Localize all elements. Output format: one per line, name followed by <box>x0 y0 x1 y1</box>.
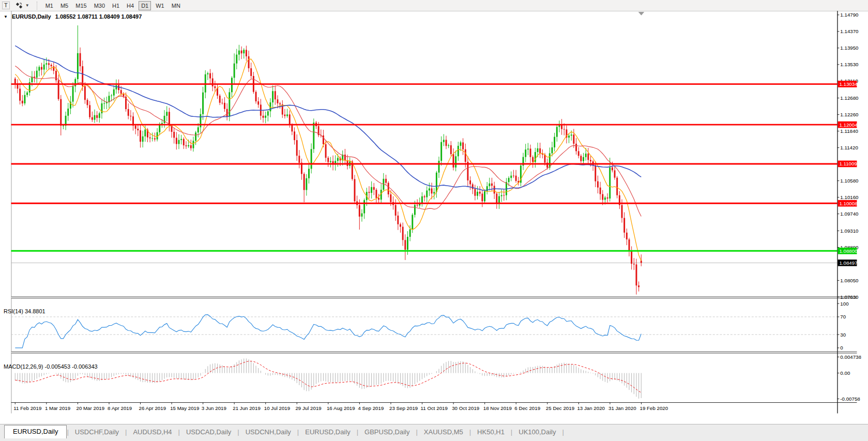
macd-tick-0.00: 0.00 <box>840 370 850 376</box>
current-price-label: 1.08497 <box>839 260 857 266</box>
line-price-label-1.08800: 1.08800 <box>839 248 858 254</box>
date-tick-16-Aug-2019: 16 Aug 2019 <box>327 405 355 411</box>
mt4-window: T ▼ M1M5M15M30H1H4D1W1MN 1.147901.143701… <box>0 0 868 441</box>
rsi-tick-70: 70 <box>840 314 846 320</box>
tab-xauusd-m5[interactable]: XAUUSD,M5 <box>418 426 469 438</box>
toolbar: T ▼ M1M5M15M30H1H4D1W1MN <box>0 0 868 11</box>
timeframe-button-h4[interactable]: H4 <box>124 1 136 10</box>
tab-usdchf-daily[interactable]: USDCHF,Daily <box>69 426 125 438</box>
date-tick-18-Nov-2019: 18 Nov 2019 <box>483 405 512 411</box>
date-tick-11-Feb-2019: 11 Feb 2019 <box>13 405 41 411</box>
tab-gbpusd-daily[interactable]: GBPUSD,Daily <box>358 426 416 438</box>
timeframe-button-w1[interactable]: W1 <box>153 1 167 10</box>
date-tick-19-Feb-2020: 19 Feb 2020 <box>640 405 668 411</box>
date-tick-25-Dec-2019: 25 Dec 2019 <box>546 405 574 411</box>
tab-separator: | <box>562 428 564 436</box>
timeframe-button-m15[interactable]: M15 <box>73 1 89 10</box>
date-tick-8-Apr-2019: 8 Apr 2019 <box>108 405 132 411</box>
tab-active-eurusd-daily[interactable]: EURUSD,Daily <box>4 425 67 438</box>
rsi-line <box>15 315 641 348</box>
chart-canvas[interactable]: 1.147901.143701.139501.135301.131101.126… <box>0 11 868 424</box>
inactive-tabs: |USDCHF,Daily|AUDUSD,H4|USDCAD,Daily|USD… <box>67 425 564 438</box>
candles-layer <box>14 25 642 295</box>
date-tick-3-Jun-2019: 3 Jun 2019 <box>202 405 226 411</box>
tab-uk100-daily[interactable]: UK100,Daily <box>512 426 562 438</box>
date-tick-15-May-2019: 15 May 2019 <box>170 405 199 411</box>
timeframe-button-d1[interactable]: D1 <box>139 1 151 10</box>
macd-histogram <box>15 358 641 399</box>
rsi-tick-0: 0 <box>840 345 843 351</box>
macd-tick-0.004738: 0.004738 <box>840 354 861 360</box>
timeframe-button-h1[interactable]: H1 <box>110 1 122 10</box>
price-tick-1.14790: 1.14790 <box>840 12 859 18</box>
price-tick-1.11840: 1.11840 <box>840 128 858 134</box>
timeframe-button-mn[interactable]: MN <box>169 1 183 10</box>
line-price-label-1.12004: 1.12004 <box>839 122 858 128</box>
line-price-label-1.13034: 1.13034 <box>839 81 858 87</box>
timeframe-button-m30[interactable]: M30 <box>92 1 108 10</box>
text-tool-button[interactable]: T <box>0 1 12 10</box>
ma-mid-line <box>15 66 641 217</box>
date-tick-10-Jul-2019: 10 Jul 2019 <box>264 405 290 411</box>
date-tick-11-Oct-2019: 11 Oct 2019 <box>421 405 448 411</box>
rsi-tick-30: 30 <box>840 332 846 338</box>
price-tick-1.07630: 1.07630 <box>840 294 859 300</box>
date-tick-30-Oct-2019: 30 Oct 2019 <box>452 405 479 411</box>
timeframe-button-m1[interactable]: M1 <box>43 1 56 10</box>
tab-eurusd-daily[interactable]: EURUSD,Daily <box>299 426 356 438</box>
chart-title: ▼ EURUSD,Daily 1.08552 1.08711 1.08409 1… <box>4 13 142 20</box>
date-tick-13-Jan-2020: 13 Jan 2020 <box>577 405 605 411</box>
collapse-arrow-icon[interactable]: ▼ <box>4 14 8 19</box>
price-tick-1.14370: 1.14370 <box>840 28 859 34</box>
price-tick-1.09740: 1.09740 <box>840 211 859 217</box>
price-tick-1.08050: 1.08050 <box>840 278 859 283</box>
objects-dropdown-button[interactable]: ▼ <box>13 1 32 10</box>
rsi-tick-100: 100 <box>840 301 849 307</box>
macd-tick--0.00758: -0.00758 <box>840 396 860 402</box>
tab-usdcad-daily[interactable]: USDCAD,Daily <box>180 426 237 438</box>
chart-symbol: EURUSD,Daily <box>12 13 51 20</box>
price-tick-1.11420: 1.11420 <box>840 145 858 150</box>
date-tick-21-Jun-2019: 21 Jun 2019 <box>233 405 261 411</box>
date-tick-31-Jan-2020: 31 Jan 2020 <box>608 405 636 411</box>
diamonds-icon <box>15 2 24 9</box>
price-tick-1.12260: 1.12260 <box>840 112 859 117</box>
chart-tabs-bar: EURUSD,Daily |USDCHF,Daily|AUDUSD,H4|USD… <box>0 424 868 441</box>
price-tick-1.13530: 1.13530 <box>840 62 859 67</box>
chart-ohlc: 1.08552 1.08711 1.08409 1.08497 <box>55 13 142 20</box>
date-tick-4-Sep-2019: 4 Sep 2019 <box>358 405 384 411</box>
date-tick-29-Jul-2019: 29 Jul 2019 <box>295 405 321 411</box>
chevron-down-icon: ▼ <box>25 3 29 8</box>
date-tick-1-Mar-2019: 1 Mar 2019 <box>45 405 70 411</box>
date-tick-20-Mar-2019: 20 Mar 2019 <box>76 405 104 411</box>
line-price-label-1.10008: 1.10008 <box>839 201 857 206</box>
macd-indicator-label: MACD(12,26,9) -0.005453 -0.006343 <box>4 363 98 370</box>
price-tick-1.12680: 1.12680 <box>840 95 859 101</box>
price-tick-1.10580: 1.10580 <box>840 178 859 184</box>
date-tick-6-Dec-2019: 6 Dec 2019 <box>514 405 540 411</box>
tab-usdcnh-daily[interactable]: USDCNH,Daily <box>239 426 297 438</box>
price-tick-1.10160: 1.10160 <box>840 194 859 200</box>
text-tool-icon: T <box>2 2 10 9</box>
date-tick-26-Apr-2019: 26 Apr 2019 <box>139 405 166 411</box>
timeframe-buttons: M1M5M15M30H1H4D1W1MN <box>43 1 183 10</box>
chart-shift-marker[interactable] <box>638 12 645 16</box>
tab-audusd-h4[interactable]: AUDUSD,H4 <box>127 426 178 438</box>
timeframe-button-m5[interactable]: M5 <box>58 1 71 10</box>
price-tick-1.09310: 1.09310 <box>840 228 859 234</box>
toolbar-separator <box>37 2 40 10</box>
tab-hk50-h1[interactable]: HK50,H1 <box>471 426 511 438</box>
rsi-indicator-label: RSI(14) 34.8801 <box>4 308 45 314</box>
line-price-label-1.11009: 1.11009 <box>839 161 857 166</box>
price-tick-1.13950: 1.13950 <box>840 45 859 51</box>
date-tick-23-Sep-2019: 23 Sep 2019 <box>389 405 418 411</box>
